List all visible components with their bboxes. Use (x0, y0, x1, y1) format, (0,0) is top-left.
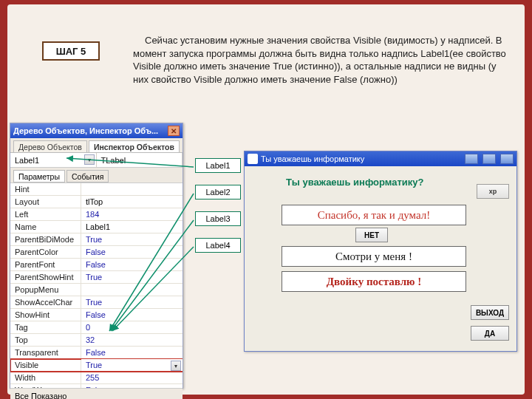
property-name: ParentBiDiMode (10, 233, 81, 245)
property-name: Transparent (10, 347, 81, 358)
property-row[interactable]: Tag0 (10, 321, 183, 334)
property-name: Tag (10, 321, 81, 333)
property-row[interactable]: ShowAccelCharTrue (10, 296, 183, 309)
tab-events[interactable]: События (66, 170, 109, 183)
form-title-text: Ты уважаешь информатику (261, 154, 364, 163)
property-value[interactable] (81, 284, 183, 296)
property-row[interactable]: Hint (10, 183, 183, 196)
label1-output: Спасибо, я так и думал! (282, 205, 466, 225)
close-icon[interactable] (500, 154, 514, 164)
property-name: WordWrap (10, 384, 81, 388)
exit-button[interactable]: ВЫХОД (471, 305, 509, 320)
property-value[interactable]: True▾ (81, 359, 183, 371)
property-row[interactable]: Top32 (10, 334, 183, 347)
minimize-icon[interactable] (465, 154, 478, 164)
property-name: Hint (10, 183, 81, 195)
property-value[interactable]: True (81, 233, 183, 245)
property-row[interactable]: PopupMenu (10, 284, 183, 296)
object-selector[interactable]: Label1 ▾ TLabel (10, 153, 183, 168)
chevron-down-icon[interactable]: ▾ (171, 361, 181, 371)
property-value[interactable]: True (81, 296, 183, 308)
yes-button[interactable]: ДА (471, 326, 509, 341)
tab-object-tree[interactable]: Дерево Объектов (13, 140, 87, 152)
property-row[interactable]: WordWrapFalse (10, 384, 183, 388)
object-inspector-window: Дерево Объектов, Инспектор Объ... ✕ Дере… (10, 123, 183, 389)
intro-text: Сейчас установим нужные значения свойств… (133, 34, 510, 86)
property-name: ParentShowHint (10, 271, 81, 283)
close-icon[interactable]: ✕ (168, 126, 180, 136)
inspector-sub-tabs: Параметры События (10, 168, 183, 183)
app-form-window: Ты уважаешь информатику Ты уважаешь инфо… (244, 151, 517, 352)
property-value[interactable]: False (81, 259, 183, 270)
property-row[interactable]: ParentColorFalse (10, 246, 183, 259)
no-button[interactable]: НЕТ (355, 228, 388, 242)
chevron-down-icon[interactable]: ▾ (84, 154, 95, 165)
property-value[interactable]: tlTop (81, 196, 183, 208)
property-name: ShowAccelChar (10, 296, 81, 308)
property-row[interactable]: NameLabel1 (10, 221, 183, 233)
property-value[interactable]: False (81, 309, 183, 321)
question-label: Ты уважаешь информатику? (286, 177, 424, 188)
property-name: Layout (10, 196, 81, 208)
step-badge: ШАГ 5 (42, 41, 100, 61)
property-name: Top (10, 334, 81, 346)
selector-name: Label1 (15, 156, 39, 165)
inspector-status: Все Показано (10, 388, 183, 399)
label3-output: Двойку поставлю ! (282, 271, 466, 292)
xp-button[interactable]: xp (477, 184, 509, 199)
property-name: ParentFont (10, 259, 81, 270)
property-name: Name (10, 221, 81, 233)
property-row[interactable]: ShowHintFalse (10, 309, 183, 321)
property-row[interactable]: TransparentFalse (10, 347, 183, 359)
property-value[interactable]: 184 (81, 208, 183, 220)
main-panel: ШАГ 5 Сейчас установим нужные значения с… (7, 4, 525, 395)
label2-output: Смотри у меня ! (282, 246, 466, 267)
marker-label3: Label3 (195, 211, 241, 226)
inspector-top-tabs: Дерево Объектов Инспектор Объектов (10, 138, 183, 153)
property-value[interactable]: 255 (81, 372, 183, 383)
property-value[interactable]: False (81, 347, 183, 358)
property-name: Width (10, 372, 81, 383)
property-value[interactable]: False (81, 384, 183, 388)
property-row[interactable]: ParentBiDiModeTrue (10, 233, 183, 246)
marker-label4: Label4 (195, 238, 241, 253)
maximize-icon[interactable] (482, 154, 496, 164)
property-row[interactable]: LayouttlTop (10, 196, 183, 208)
property-value[interactable]: True (81, 271, 183, 283)
property-row[interactable]: Left184 (10, 208, 183, 221)
property-value[interactable]: 32 (81, 334, 183, 346)
property-value[interactable] (81, 183, 183, 195)
app-icon (248, 154, 258, 164)
property-row[interactable]: Width255 (10, 372, 183, 384)
property-row[interactable]: ParentFontFalse (10, 259, 183, 271)
property-name: Visible (10, 359, 81, 371)
inspector-titlebar[interactable]: Дерево Объектов, Инспектор Объ... ✕ (10, 123, 183, 138)
property-grid[interactable]: HintLayouttlTopLeft184NameLabel1ParentBi… (10, 183, 183, 388)
property-name: PopupMenu (10, 284, 81, 296)
property-row[interactable]: ParentShowHintTrue (10, 271, 183, 284)
property-name: Left (10, 208, 81, 220)
form-titlebar[interactable]: Ты уважаешь информатику (245, 151, 516, 166)
tab-params[interactable]: Параметры (13, 170, 65, 183)
tab-object-inspector[interactable]: Инспектор Объектов (89, 140, 180, 152)
property-row[interactable]: VisibleTrue▾ (10, 359, 183, 372)
property-value[interactable]: 0 (81, 321, 183, 333)
property-value[interactable]: Label1 (81, 221, 183, 233)
selector-type: TLabel (101, 156, 126, 165)
property-name: ShowHint (10, 309, 81, 321)
marker-label2: Label2 (195, 185, 241, 200)
property-value[interactable]: False (81, 246, 183, 258)
form-body: Ты уважаешь информатику? xp Спасибо, я т… (245, 166, 516, 352)
inspector-title: Дерево Объектов, Инспектор Объ... (13, 126, 168, 135)
property-name: ParentColor (10, 246, 81, 258)
marker-label1: Label1 (195, 158, 241, 173)
